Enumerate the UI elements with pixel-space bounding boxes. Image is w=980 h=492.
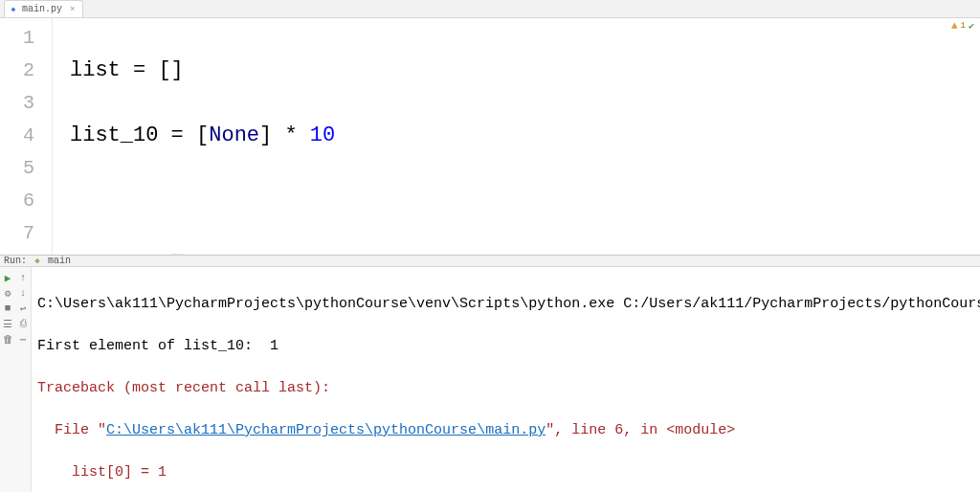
console-line: First element of list_10: 1 xyxy=(37,336,976,357)
check-icon: ✔ xyxy=(969,20,974,32)
run-config-icon: ◆ xyxy=(33,257,42,266)
arrow-down-icon[interactable]: ↓ xyxy=(16,286,30,300)
code-token: ] * xyxy=(259,123,310,147)
code-line xyxy=(70,185,664,217)
line-number: 7 xyxy=(0,217,34,250)
file-tab-label: main.py xyxy=(22,4,62,14)
line-number: 3 xyxy=(0,87,34,120)
run-config-name: main xyxy=(48,256,71,266)
code-token: 10 xyxy=(310,123,335,147)
file-tab-main[interactable]: ◆ main.py × xyxy=(4,0,83,17)
line-number-gutter[interactable]: 1 2 3 4 5 6 7 xyxy=(0,18,53,255)
code-token: list = [] xyxy=(70,58,184,82)
run-toolwindow-header[interactable]: Run: ◆ main xyxy=(0,255,980,267)
layout-icon[interactable]: ☰ xyxy=(1,317,14,330)
line-number: 2 xyxy=(0,55,34,87)
console-line: Traceback (most recent call last): xyxy=(37,378,976,399)
line-number: 1 xyxy=(0,22,34,55)
console-text: ", line 6, in <module> xyxy=(546,422,735,438)
code-token: 0 xyxy=(171,254,184,255)
code-token: None xyxy=(209,123,259,147)
trash-icon[interactable]: 🗑 xyxy=(1,332,14,346)
console-line: File "C:\Users\ak111\PycharmProjects\pyt… xyxy=(37,420,976,441)
warning-icon: ▲ xyxy=(951,20,958,32)
run-label: Run: xyxy=(4,256,27,266)
code-token: list_10[ xyxy=(70,254,171,255)
console-line: C:\Users\ak111\PycharmProjects\pythonCou… xyxy=(37,294,976,315)
print-icon[interactable]: ⎙ xyxy=(16,317,30,330)
tool-icon[interactable]: ⚙ xyxy=(1,286,14,300)
code-content[interactable]: list = [] list_10 = [None] * 10 list_10[… xyxy=(53,18,664,255)
code-line: list_10[0] = 1 xyxy=(70,250,664,255)
run-toolwindow[interactable]: ▶ ↑ ⚙ ↓ ■ ↩ ☰ ⎙ 🗑 ⋯ C:\Users\ak111\Pycha… xyxy=(0,267,980,492)
line-number: 4 xyxy=(0,120,34,152)
close-icon[interactable]: × xyxy=(70,5,75,14)
console-text: File " xyxy=(37,422,106,438)
softwrap-icon[interactable]: ↩ xyxy=(16,302,30,315)
python-file-icon: ◆ xyxy=(9,5,18,14)
more-icon[interactable]: ⋯ xyxy=(16,332,30,346)
code-token: ] = xyxy=(184,254,234,255)
inspection-badge[interactable]: ▲ 1 ✔ xyxy=(951,20,974,32)
line-number: 6 xyxy=(0,185,34,217)
console-file-link[interactable]: C:\Users\ak111\PycharmProjects\pythonCou… xyxy=(106,422,546,438)
line-number: 5 xyxy=(0,152,34,185)
run-icon[interactable]: ▶ xyxy=(1,271,14,284)
console-output[interactable]: C:\Users\ak111\PycharmProjects\pythonCou… xyxy=(32,267,980,492)
code-token: 1 xyxy=(234,254,247,255)
run-toolbar[interactable]: ▶ ↑ ⚙ ↓ ■ ↩ ☰ ⎙ 🗑 ⋯ xyxy=(0,267,32,492)
code-token: list_10 = [ xyxy=(70,123,209,147)
arrow-up-icon[interactable]: ↑ xyxy=(16,271,30,284)
console-line: list[0] = 1 xyxy=(37,462,976,483)
stop-icon[interactable]: ■ xyxy=(1,302,14,315)
code-line: list = [] xyxy=(70,55,664,87)
code-editor[interactable]: ▲ 1 ✔ 1 2 3 4 5 6 7 list = [] list_10 = … xyxy=(0,18,980,255)
code-line: list_10 = [None] * 10 xyxy=(70,120,664,152)
warning-count: 1 xyxy=(961,21,966,31)
editor-tab-strip[interactable]: ◆ main.py × xyxy=(0,0,980,18)
